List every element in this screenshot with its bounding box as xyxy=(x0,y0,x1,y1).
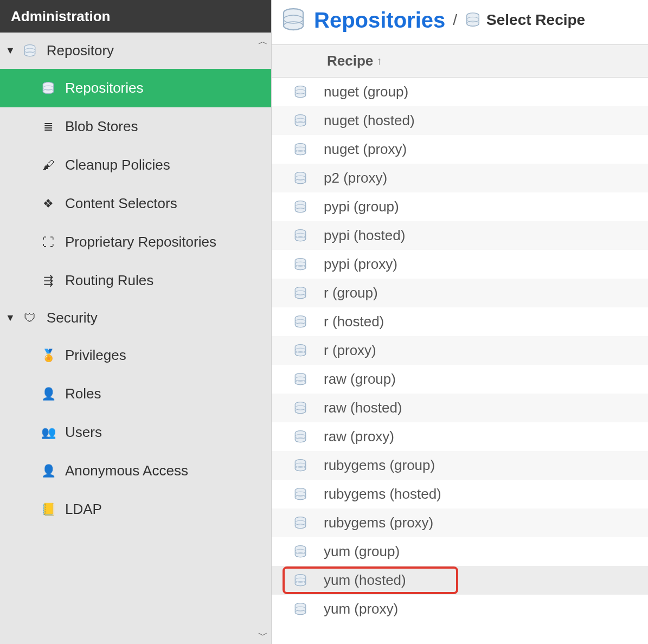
recipe-name: nuget (proxy) xyxy=(324,141,407,158)
database-icon xyxy=(293,200,324,214)
shield-icon: 🛡 xyxy=(21,311,39,325)
recipe-name: nuget (group) xyxy=(324,83,408,100)
sidebar-item-content-selectors[interactable]: ❖ Content Selectors xyxy=(0,184,271,223)
recipe-name: rubygems (hosted) xyxy=(324,486,441,503)
recipe-row[interactable]: raw (hosted) xyxy=(272,394,648,422)
recipe-row[interactable]: nuget (hosted) xyxy=(272,106,648,135)
recipe-row[interactable]: pypi (group) xyxy=(272,192,648,221)
breadcrumb-current-label: Select Recipe xyxy=(486,11,585,29)
sidebar-item-users[interactable]: 👥 Users xyxy=(0,413,271,452)
database-icon xyxy=(293,286,324,300)
recipe-row[interactable]: r (group) xyxy=(272,279,648,307)
recipe-name: raw (proxy) xyxy=(324,428,394,445)
sidebar-item-anonymous-access[interactable]: 👤 Anonymous Access xyxy=(0,452,271,490)
sidebar-item-cleanup-policies[interactable]: 🖌 Cleanup Policies xyxy=(0,146,271,184)
database-icon xyxy=(293,430,324,444)
book-icon: 📒 xyxy=(39,503,57,517)
sidebar-item-privileges[interactable]: 🏅 Privileges xyxy=(0,336,271,375)
database-icon xyxy=(293,459,324,473)
database-icon xyxy=(280,7,306,33)
sidebar-item-blob-stores[interactable]: ≣ Blob Stores xyxy=(0,107,271,146)
column-header-label: Recipe xyxy=(327,53,373,69)
recipe-name: rubygems (group) xyxy=(324,457,435,474)
sidebar-section-label: Security xyxy=(47,310,98,326)
recipe-row[interactable]: yum (group) xyxy=(272,537,648,566)
database-icon xyxy=(293,229,324,243)
users-icon: 👥 xyxy=(39,426,57,440)
database-icon xyxy=(293,315,324,329)
recipe-row[interactable]: raw (proxy) xyxy=(272,422,648,451)
database-icon xyxy=(293,372,324,387)
recipe-row[interactable]: rubygems (group) xyxy=(272,451,648,480)
recipe-row[interactable]: yum (proxy) xyxy=(272,595,648,623)
database-icon xyxy=(293,401,324,415)
sidebar-section-security[interactable]: ▼ 🛡 Security xyxy=(0,300,271,336)
sidebar-title: Administration xyxy=(11,8,110,25)
sidebar-item-ldap[interactable]: 📒 LDAP xyxy=(0,490,271,529)
caret-down-icon: ▼ xyxy=(5,312,15,324)
database-icon xyxy=(293,545,324,559)
recipe-row[interactable]: r (proxy) xyxy=(272,336,648,365)
breadcrumb-root[interactable]: Repositories xyxy=(314,8,445,33)
sort-asc-icon: ↑ xyxy=(376,55,382,67)
recipe-name: pypi (proxy) xyxy=(324,256,397,273)
recipe-row[interactable]: p2 (proxy) xyxy=(272,164,648,192)
database-icon xyxy=(21,44,39,58)
recipe-name: nuget (hosted) xyxy=(324,112,415,129)
signpost-icon: ⇶ xyxy=(39,274,57,288)
broom-icon: 🖌 xyxy=(39,158,57,172)
sidebar-scroll: ︿ ▼ Repository Repositories ≣ Blob Store… xyxy=(0,33,271,644)
recipe-row[interactable]: r (hosted) xyxy=(272,307,648,336)
box-icon: ⛶ xyxy=(39,235,57,249)
sidebar-item-routing-rules[interactable]: ⇶ Routing Rules xyxy=(0,261,271,300)
caret-down-icon: ▼ xyxy=(5,45,15,56)
recipe-name: r (proxy) xyxy=(324,342,376,359)
sidebar: Administration ︿ ▼ Repository Repositori… xyxy=(0,0,271,644)
recipe-name: r (hosted) xyxy=(324,313,384,330)
sidebar-item-label: Blob Stores xyxy=(65,118,138,135)
scroll-up-icon[interactable]: ︿ xyxy=(258,35,268,48)
medal-icon: 🏅 xyxy=(39,349,57,363)
layers-icon: ❖ xyxy=(39,197,57,211)
database-icon xyxy=(39,81,57,95)
database-icon xyxy=(293,171,324,185)
database-icon xyxy=(465,12,481,28)
database-icon xyxy=(293,143,324,157)
column-header-recipe[interactable]: Recipe ↑ xyxy=(272,44,648,78)
recipe-row[interactable]: rubygems (proxy) xyxy=(272,508,648,537)
sidebar-item-roles[interactable]: 👤 Roles xyxy=(0,375,271,413)
storage-icon: ≣ xyxy=(39,120,57,134)
recipe-name: yum (group) xyxy=(324,543,400,560)
database-icon xyxy=(293,574,324,588)
recipe-row[interactable]: nuget (proxy) xyxy=(272,135,648,164)
user-icon: 👤 xyxy=(39,464,57,478)
scroll-down-icon[interactable]: ﹀ xyxy=(258,629,268,642)
sidebar-item-label: LDAP xyxy=(65,501,102,518)
recipe-row[interactable]: nuget (group) xyxy=(272,78,648,106)
breadcrumb-current: Select Recipe xyxy=(465,11,585,29)
recipe-name: p2 (proxy) xyxy=(324,170,387,186)
recipe-row[interactable]: pypi (proxy) xyxy=(272,250,648,279)
recipe-row[interactable]: yum (hosted) xyxy=(272,566,648,595)
recipe-row[interactable]: pypi (hosted) xyxy=(272,221,648,250)
recipe-name: raw (hosted) xyxy=(324,400,402,416)
database-icon xyxy=(293,114,324,128)
breadcrumb: Repositories / Select Recipe xyxy=(272,0,648,44)
sidebar-item-label: Content Selectors xyxy=(65,195,177,212)
sidebar-item-repositories[interactable]: Repositories xyxy=(0,69,271,107)
sidebar-item-label: Repositories xyxy=(65,80,144,96)
recipe-row[interactable]: rubygems (hosted) xyxy=(272,480,648,508)
database-icon xyxy=(293,344,324,358)
database-icon xyxy=(293,257,324,272)
recipe-row[interactable]: raw (group) xyxy=(272,365,648,394)
sidebar-item-label: Users xyxy=(65,424,102,441)
sidebar-section-repository[interactable]: ▼ Repository xyxy=(0,33,271,69)
sidebar-item-label: Cleanup Policies xyxy=(65,157,170,173)
breadcrumb-separator: / xyxy=(453,11,457,29)
sidebar-section-label: Repository xyxy=(47,42,114,59)
sidebar-item-proprietary-repositories[interactable]: ⛶ Proprietary Repositories xyxy=(0,223,271,261)
main-panel: Repositories / Select Recipe Recipe ↑ nu… xyxy=(271,0,648,644)
sidebar-item-label: Proprietary Repositories xyxy=(65,234,216,250)
recipe-name: raw (group) xyxy=(324,371,396,388)
recipe-name: rubygems (proxy) xyxy=(324,514,433,531)
